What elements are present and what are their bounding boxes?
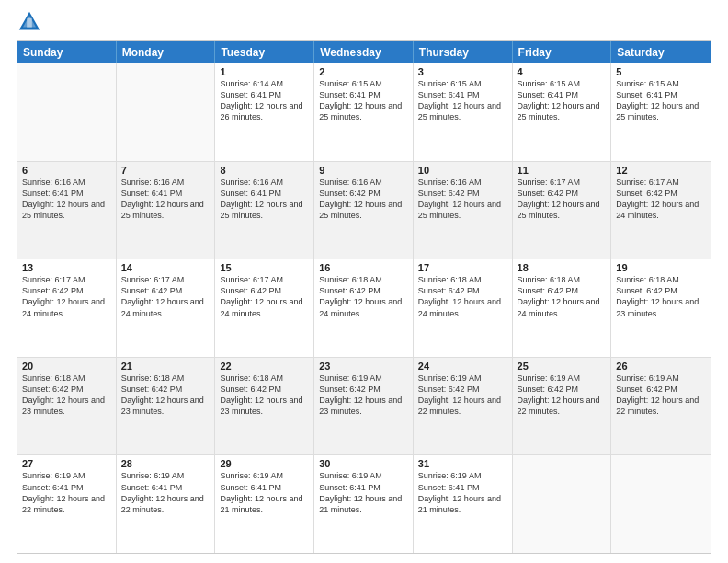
day-number: 13 — [22, 262, 111, 273]
day-info: Sunrise: 6:18 AM Sunset: 6:42 PM Dayligh… — [220, 373, 309, 418]
day-number: 1 — [220, 66, 309, 77]
day-info: Sunrise: 6:18 AM Sunset: 6:42 PM Dayligh… — [121, 373, 210, 418]
calendar-header: SundayMondayTuesdayWednesdayThursdayFrid… — [17, 41, 711, 63]
calendar-week-4: 20Sunrise: 6:18 AM Sunset: 6:42 PM Dayli… — [17, 357, 711, 455]
day-info: Sunrise: 6:16 AM Sunset: 6:42 PM Dayligh… — [418, 177, 507, 222]
calendar-day-5: 5Sunrise: 6:15 AM Sunset: 6:41 PM Daylig… — [611, 63, 711, 161]
calendar-day-16: 16Sunrise: 6:18 AM Sunset: 6:42 PM Dayli… — [314, 259, 414, 357]
header — [17, 9, 711, 35]
day-info: Sunrise: 6:18 AM Sunset: 6:42 PM Dayligh… — [616, 274, 706, 319]
day-number: 7 — [121, 165, 210, 176]
calendar-day-25: 25Sunrise: 6:19 AM Sunset: 6:42 PM Dayli… — [513, 358, 612, 455]
calendar-day-6: 6Sunrise: 6:16 AM Sunset: 6:41 PM Daylig… — [17, 162, 117, 259]
day-header-tuesday: Tuesday — [215, 41, 314, 63]
calendar-day-11: 11Sunrise: 6:17 AM Sunset: 6:42 PM Dayli… — [513, 162, 612, 259]
day-info: Sunrise: 6:19 AM Sunset: 6:41 PM Dayligh… — [121, 470, 210, 515]
day-header-thursday: Thursday — [414, 41, 513, 63]
day-number: 19 — [616, 262, 706, 273]
calendar-day-12: 12Sunrise: 6:17 AM Sunset: 6:42 PM Dayli… — [611, 162, 711, 259]
calendar-day-29: 29Sunrise: 6:19 AM Sunset: 6:41 PM Dayli… — [215, 455, 314, 553]
day-number: 31 — [418, 458, 507, 469]
day-info: Sunrise: 6:16 AM Sunset: 6:41 PM Dayligh… — [22, 177, 111, 222]
calendar-body: 1Sunrise: 6:14 AM Sunset: 6:41 PM Daylig… — [17, 63, 711, 553]
calendar: SundayMondayTuesdayWednesdayThursdayFrid… — [17, 40, 711, 554]
day-info: Sunrise: 6:19 AM Sunset: 6:42 PM Dayligh… — [319, 373, 408, 418]
day-info: Sunrise: 6:16 AM Sunset: 6:42 PM Dayligh… — [319, 177, 408, 222]
day-header-saturday: Saturday — [611, 41, 711, 63]
calendar-day-27: 27Sunrise: 6:19 AM Sunset: 6:41 PM Dayli… — [17, 455, 117, 553]
day-number: 8 — [220, 165, 309, 176]
day-info: Sunrise: 6:18 AM Sunset: 6:42 PM Dayligh… — [319, 274, 408, 319]
calendar-day-19: 19Sunrise: 6:18 AM Sunset: 6:42 PM Dayli… — [611, 259, 711, 357]
day-number: 3 — [418, 66, 507, 77]
day-number: 27 — [22, 458, 111, 469]
day-number: 12 — [616, 165, 706, 176]
day-number: 21 — [121, 361, 210, 372]
day-info: Sunrise: 6:19 AM Sunset: 6:42 PM Dayligh… — [518, 373, 607, 418]
day-info: Sunrise: 6:17 AM Sunset: 6:42 PM Dayligh… — [616, 177, 706, 222]
calendar-week-2: 6Sunrise: 6:16 AM Sunset: 6:41 PM Daylig… — [17, 161, 711, 259]
day-number: 18 — [518, 262, 607, 273]
day-number: 11 — [518, 165, 607, 176]
calendar-day-2: 2Sunrise: 6:15 AM Sunset: 6:41 PM Daylig… — [314, 63, 414, 161]
calendar-day-7: 7Sunrise: 6:16 AM Sunset: 6:41 PM Daylig… — [117, 162, 216, 259]
logo-icon — [17, 9, 42, 35]
day-header-friday: Friday — [513, 41, 612, 63]
calendar-empty-cell — [117, 63, 216, 161]
calendar-week-3: 13Sunrise: 6:17 AM Sunset: 6:42 PM Dayli… — [17, 259, 711, 357]
day-number: 10 — [418, 165, 507, 176]
calendar-day-14: 14Sunrise: 6:17 AM Sunset: 6:42 PM Dayli… — [117, 259, 216, 357]
day-info: Sunrise: 6:19 AM Sunset: 6:42 PM Dayligh… — [616, 373, 706, 418]
page: SundayMondayTuesdayWednesdayThursdayFrid… — [0, 0, 728, 563]
day-info: Sunrise: 6:17 AM Sunset: 6:42 PM Dayligh… — [518, 177, 607, 222]
day-number: 16 — [319, 262, 408, 273]
day-info: Sunrise: 6:19 AM Sunset: 6:42 PM Dayligh… — [418, 373, 507, 418]
day-number: 15 — [220, 262, 309, 273]
calendar-week-1: 1Sunrise: 6:14 AM Sunset: 6:41 PM Daylig… — [17, 63, 711, 161]
calendar-day-15: 15Sunrise: 6:17 AM Sunset: 6:42 PM Dayli… — [215, 259, 314, 357]
calendar-day-18: 18Sunrise: 6:18 AM Sunset: 6:42 PM Dayli… — [513, 259, 612, 357]
day-info: Sunrise: 6:16 AM Sunset: 6:41 PM Dayligh… — [220, 177, 309, 222]
day-info: Sunrise: 6:16 AM Sunset: 6:41 PM Dayligh… — [121, 177, 210, 222]
day-info: Sunrise: 6:14 AM Sunset: 6:41 PM Dayligh… — [220, 78, 309, 123]
day-number: 30 — [319, 458, 408, 469]
calendar-day-23: 23Sunrise: 6:19 AM Sunset: 6:42 PM Dayli… — [314, 358, 414, 455]
calendar-day-1: 1Sunrise: 6:14 AM Sunset: 6:41 PM Daylig… — [215, 63, 314, 161]
day-number: 14 — [121, 262, 210, 273]
day-info: Sunrise: 6:18 AM Sunset: 6:42 PM Dayligh… — [22, 373, 111, 418]
day-info: Sunrise: 6:15 AM Sunset: 6:41 PM Dayligh… — [418, 78, 507, 123]
day-number: 5 — [616, 66, 706, 77]
svg-rect-2 — [27, 18, 32, 28]
day-info: Sunrise: 6:17 AM Sunset: 6:42 PM Dayligh… — [220, 274, 309, 319]
day-number: 28 — [121, 458, 210, 469]
day-info: Sunrise: 6:19 AM Sunset: 6:41 PM Dayligh… — [319, 470, 408, 515]
day-number: 20 — [22, 361, 111, 372]
day-number: 25 — [518, 361, 607, 372]
day-number: 24 — [418, 361, 507, 372]
calendar-day-4: 4Sunrise: 6:15 AM Sunset: 6:41 PM Daylig… — [513, 63, 612, 161]
calendar-day-24: 24Sunrise: 6:19 AM Sunset: 6:42 PM Dayli… — [414, 358, 513, 455]
day-number: 22 — [220, 361, 309, 372]
day-info: Sunrise: 6:15 AM Sunset: 6:41 PM Dayligh… — [616, 78, 706, 123]
day-info: Sunrise: 6:18 AM Sunset: 6:42 PM Dayligh… — [518, 274, 607, 319]
calendar-day-30: 30Sunrise: 6:19 AM Sunset: 6:41 PM Dayli… — [314, 455, 414, 553]
day-info: Sunrise: 6:18 AM Sunset: 6:42 PM Dayligh… — [418, 274, 507, 319]
day-number: 29 — [220, 458, 309, 469]
day-number: 26 — [616, 361, 706, 372]
calendar-day-8: 8Sunrise: 6:16 AM Sunset: 6:41 PM Daylig… — [215, 162, 314, 259]
day-info: Sunrise: 6:15 AM Sunset: 6:41 PM Dayligh… — [518, 78, 607, 123]
day-info: Sunrise: 6:15 AM Sunset: 6:41 PM Dayligh… — [319, 78, 408, 123]
day-header-wednesday: Wednesday — [314, 41, 414, 63]
calendar-day-3: 3Sunrise: 6:15 AM Sunset: 6:41 PM Daylig… — [414, 63, 513, 161]
calendar-empty-cell — [611, 455, 711, 553]
calendar-day-22: 22Sunrise: 6:18 AM Sunset: 6:42 PM Dayli… — [215, 358, 314, 455]
calendar-day-21: 21Sunrise: 6:18 AM Sunset: 6:42 PM Dayli… — [117, 358, 216, 455]
calendar-empty-cell — [17, 63, 117, 161]
calendar-day-13: 13Sunrise: 6:17 AM Sunset: 6:42 PM Dayli… — [17, 259, 117, 357]
day-header-sunday: Sunday — [17, 41, 117, 63]
day-info: Sunrise: 6:19 AM Sunset: 6:41 PM Dayligh… — [22, 470, 111, 515]
calendar-day-10: 10Sunrise: 6:16 AM Sunset: 6:42 PM Dayli… — [414, 162, 513, 259]
day-header-monday: Monday — [117, 41, 216, 63]
calendar-day-31: 31Sunrise: 6:19 AM Sunset: 6:41 PM Dayli… — [414, 455, 513, 553]
calendar-day-28: 28Sunrise: 6:19 AM Sunset: 6:41 PM Dayli… — [117, 455, 216, 553]
